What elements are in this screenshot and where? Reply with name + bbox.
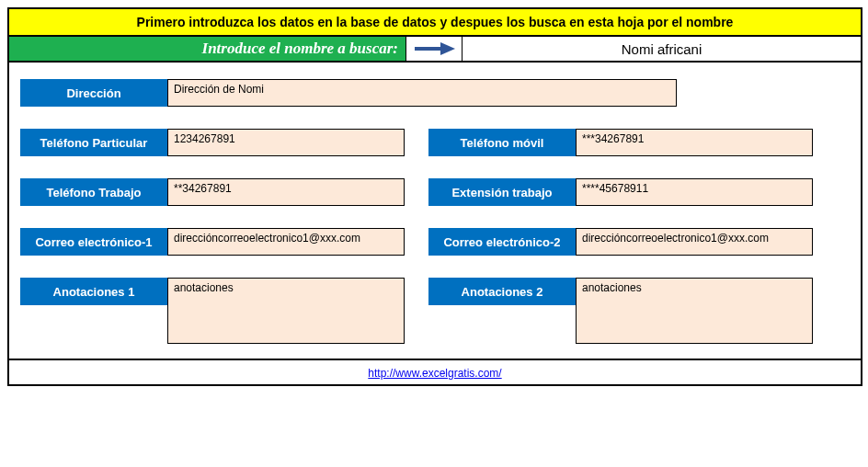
footer: http://www.excelgratis.com/ (9, 359, 861, 384)
row-trabajo: Teléfono Trabajo **34267891 Extensión tr… (20, 178, 850, 206)
arrow-right-icon (413, 40, 455, 57)
field-tel-trabajo: Teléfono Trabajo **34267891 (20, 178, 405, 206)
main-frame: Primero introduzca los datos en la base … (7, 7, 862, 386)
row-telefonos: Teléfono Particular 1234267891 Teléfono … (20, 129, 850, 156)
label-direccion: Dirección (20, 79, 167, 107)
field-anot2: Anotaciones 2 anotaciones (428, 278, 813, 344)
value-correo1[interactable]: direccióncorreoelectronico1@xxx.com (167, 228, 405, 256)
field-correo1: Correo electrónico-1 direccióncorreoelec… (20, 228, 405, 256)
value-anot1[interactable]: anotaciones (167, 278, 405, 344)
label-tel-movil: Teléfono móvil (428, 129, 576, 156)
row-correos: Correo electrónico-1 direccióncorreoelec… (20, 228, 850, 256)
value-correo2[interactable]: direccióncorreoelectronico1@xxx.com (576, 228, 813, 256)
label-ext-trabajo: Extensión trabajo (428, 178, 576, 206)
field-ext-trabajo: Extensión trabajo ****45678911 (428, 178, 813, 206)
arrow-cell (406, 37, 463, 61)
header-instruction: Primero introduzca los datos en la base … (9, 9, 861, 37)
search-prompt-label: Introduce el nombre a buscar: (9, 37, 406, 61)
footer-link[interactable]: http://www.excelgratis.com/ (368, 367, 501, 380)
field-tel-particular: Teléfono Particular 1234267891 (20, 129, 405, 156)
value-ext-trabajo[interactable]: ****45678911 (576, 178, 813, 206)
field-correo2: Correo electrónico-2 direccióncorreoelec… (428, 228, 813, 256)
field-direccion: Dirección Dirección de Nomi (20, 79, 677, 107)
value-tel-particular[interactable]: 1234267891 (167, 129, 405, 156)
label-correo1: Correo electrónico-1 (20, 228, 167, 256)
value-direccion[interactable]: Dirección de Nomi (167, 79, 677, 107)
value-tel-movil[interactable]: ***34267891 (576, 129, 813, 156)
label-correo2: Correo electrónico-2 (428, 228, 576, 256)
value-anot2[interactable]: anotaciones (576, 278, 813, 344)
row-anotaciones: Anotaciones 1 anotaciones Anotaciones 2 … (20, 278, 850, 344)
field-tel-movil: Teléfono móvil ***34267891 (428, 129, 813, 156)
search-row: Introduce el nombre a buscar: Nomi afric… (9, 37, 861, 63)
label-anot2: Anotaciones 2 (428, 278, 576, 305)
label-tel-trabajo: Teléfono Trabajo (20, 178, 167, 206)
search-input-value[interactable]: Nomi africani (463, 37, 861, 61)
svg-marker-1 (440, 42, 455, 55)
field-anot1: Anotaciones 1 anotaciones (20, 278, 405, 344)
value-tel-trabajo[interactable]: **34267891 (167, 178, 405, 206)
label-anot1: Anotaciones 1 (20, 278, 167, 305)
row-direccion: Dirección Dirección de Nomi (20, 79, 850, 107)
label-tel-particular: Teléfono Particular (20, 129, 167, 156)
body-area: Dirección Dirección de Nomi Teléfono Par… (9, 63, 861, 359)
